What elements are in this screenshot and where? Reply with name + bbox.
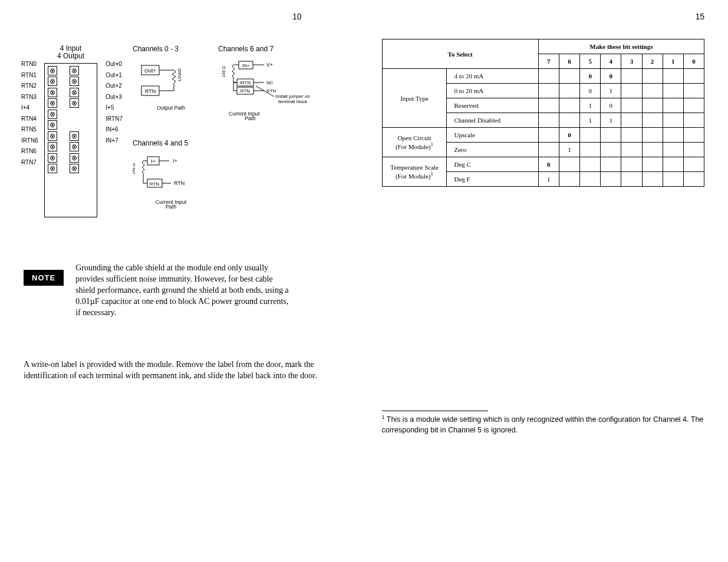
tb-header-1: 4 Input xyxy=(60,44,82,52)
bit-cell xyxy=(663,84,683,98)
bit-header: 0 xyxy=(683,54,704,69)
page-number-right: 15 xyxy=(382,12,705,21)
svg-text:NC: NC xyxy=(266,80,274,85)
bit-cell xyxy=(621,172,642,187)
svg-text:RTN: RTN xyxy=(241,88,251,94)
bit-cell: 0 xyxy=(601,98,621,113)
bit-cell xyxy=(683,157,704,172)
bit-cell xyxy=(663,128,683,143)
bit-cell xyxy=(642,157,663,172)
bit-cell xyxy=(683,113,704,128)
bit-cell xyxy=(683,69,704,84)
svg-text:I+: I+ xyxy=(173,158,177,164)
bit-cell xyxy=(642,172,663,187)
bit-cell: 0 xyxy=(559,128,579,143)
bit-cell: 1 xyxy=(601,113,621,128)
bit-cell xyxy=(559,157,579,172)
bit-cell: 0 xyxy=(580,69,601,84)
group-label: Input Type xyxy=(382,69,447,128)
bit-cell: 1 xyxy=(559,143,579,157)
tb-left-labels: RTN0 RTN1 RTN2 RTN3 I+4 RTN4 RTN5 IRTN6 … xyxy=(21,59,38,168)
to-select-header: To Select xyxy=(382,39,538,69)
ch03-title: Channels 0 - 3 xyxy=(133,45,209,53)
bit-cell xyxy=(642,113,663,128)
bit-cell xyxy=(621,84,642,98)
svg-text:LOAD: LOAD xyxy=(177,68,182,81)
svg-text:RTN: RTN xyxy=(150,181,160,187)
footnote-separator xyxy=(382,411,488,411)
bit-cell xyxy=(601,128,621,143)
bit-cell xyxy=(642,98,663,113)
bit-cell xyxy=(559,113,579,128)
bit-header: 3 xyxy=(621,54,642,69)
ch67-title: Channels 6 and 7 xyxy=(218,45,318,53)
bit-cell xyxy=(663,143,683,157)
group-label: Open Circuit (For Module)1 xyxy=(382,128,447,157)
bit-header: 5 xyxy=(580,54,601,69)
bit-cell xyxy=(683,143,704,157)
bit-cell xyxy=(538,84,559,98)
svg-text:249 Ω: 249 Ω xyxy=(133,163,136,174)
option-label: Zero xyxy=(447,143,538,157)
tb-right-labels: Out+0 Out+1 Out+2 Out+3 I+5 IRTN7 IN+6 I… xyxy=(106,59,123,146)
svg-text:RTN: RTN xyxy=(174,180,185,186)
bit-cell xyxy=(621,143,642,157)
bit-cell: 0 xyxy=(601,69,621,84)
tb-header-2: 4 Output xyxy=(57,52,84,60)
bit-cell: 1 xyxy=(601,84,621,98)
note-text: Grounding the cable shield at the module… xyxy=(75,263,294,318)
table-row: Temperature Scale (For Module)1Deg C0 xyxy=(382,157,704,172)
bit-cell xyxy=(538,113,559,128)
bit-cell xyxy=(642,69,663,84)
bit-cell xyxy=(683,172,704,187)
ch45-title: Channels 4 and 5 xyxy=(133,139,209,147)
bit-cell xyxy=(663,113,683,128)
svg-text:Install jumper on: Install jumper on xyxy=(275,94,310,99)
bit-cell xyxy=(663,172,683,187)
svg-text:Out+: Out+ xyxy=(144,68,156,74)
ch45-circuit-icon: I+ I+ 249 Ω RTN RTN xyxy=(133,151,203,198)
group-label: Temperature Scale (For Module)1 xyxy=(382,157,447,187)
bit-cell xyxy=(663,98,683,113)
bit-cell xyxy=(663,157,683,172)
bit-header: 2 xyxy=(642,54,663,69)
svg-text:IRTN: IRTN xyxy=(240,80,251,85)
bit-cell xyxy=(559,69,579,84)
bit-cell xyxy=(538,69,559,84)
bit-cell xyxy=(601,157,621,172)
bit-cell xyxy=(621,98,642,113)
bit-cell xyxy=(601,143,621,157)
bit-cell xyxy=(559,172,579,187)
bit-cell xyxy=(538,143,559,157)
body-paragraph: A write-on label is provided with the mo… xyxy=(24,359,342,382)
svg-text:RTN: RTN xyxy=(145,88,156,94)
bit-header: 7 xyxy=(538,54,559,69)
bit-settings-header: Make these bit settings xyxy=(538,39,704,54)
bit-cell xyxy=(642,84,663,98)
option-label: Upscale xyxy=(447,128,538,143)
bit-cell: 0 xyxy=(538,157,559,172)
ch67-circuit-icon: IN+ V+ 249 Ω IRTN NC RTN RTN xyxy=(218,57,318,110)
bit-settings-table: To Select Make these bit settings 765432… xyxy=(382,39,705,187)
bit-cell xyxy=(621,69,642,84)
option-label: Deg C xyxy=(447,157,538,172)
note-badge: NOTE xyxy=(24,270,64,286)
bit-cell xyxy=(621,157,642,172)
bit-cell: 0 xyxy=(580,84,601,98)
bit-header: 4 xyxy=(601,54,621,69)
footnote: 1 This is a module wide setting which is… xyxy=(382,414,705,435)
bit-cell xyxy=(580,143,601,157)
bit-cell xyxy=(559,84,579,98)
bit-cell: 1 xyxy=(538,172,559,187)
wiring-diagram: 4 Input 4 Output RTN0 RTN1 RTN2 RTN3 I+4… xyxy=(24,39,347,239)
bit-cell xyxy=(642,143,663,157)
ch03-circuit-icon: Out+ LOAD RTN xyxy=(133,57,197,104)
bit-cell xyxy=(683,128,704,143)
svg-text:I+: I+ xyxy=(151,158,156,164)
bit-cell xyxy=(621,128,642,143)
bit-cell xyxy=(683,98,704,113)
bit-cell xyxy=(538,98,559,113)
bit-cell xyxy=(683,84,704,98)
bit-cell xyxy=(663,69,683,84)
bit-cell xyxy=(580,128,601,143)
